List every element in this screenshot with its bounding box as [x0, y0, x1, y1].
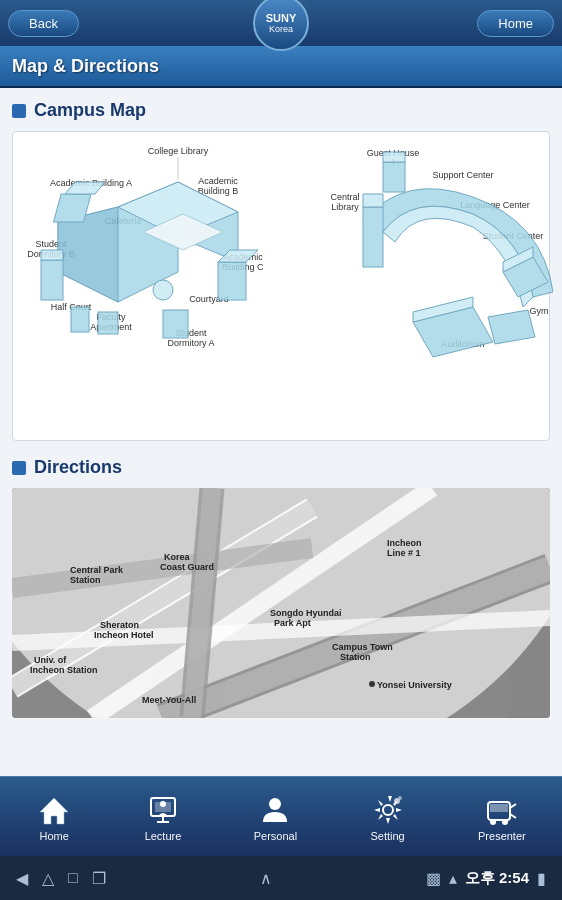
- logo-korea: Korea: [269, 24, 293, 34]
- back-sys-icon[interactable]: ◀: [16, 869, 28, 888]
- left-campus-buildings: [41, 182, 258, 338]
- right-campus-buildings: [363, 152, 553, 357]
- home-sys-icon[interactable]: △: [42, 869, 54, 888]
- svg-point-45: [398, 796, 402, 800]
- svg-marker-7: [41, 250, 63, 260]
- label-central-lib2: Library: [331, 202, 359, 212]
- label-support: Support Center: [432, 170, 493, 180]
- logo: SUNY Korea: [253, 0, 309, 51]
- svg-point-42: [269, 798, 281, 810]
- top-bar: Back SUNY Korea Home: [0, 0, 562, 46]
- home-icon: [36, 792, 72, 828]
- svg-point-49: [502, 819, 508, 825]
- lecture-icon: [145, 792, 181, 828]
- tab-header: Map & Directions: [0, 46, 562, 88]
- bottom-nav: Home Lecture Personal: [0, 776, 562, 856]
- svg-marker-22: [383, 152, 405, 162]
- svg-point-41: [160, 801, 166, 807]
- map-label-songdo2: Park Apt: [274, 618, 311, 628]
- recents-sys-icon[interactable]: □: [68, 869, 78, 887]
- nav-label-lecture: Lecture: [145, 830, 182, 842]
- map-label-incheon2: Line # 1: [387, 548, 421, 558]
- svg-rect-10: [163, 310, 188, 338]
- svg-rect-47: [490, 804, 508, 812]
- directions-map-area: Central Park Station Korea Coast Guard I…: [12, 488, 550, 718]
- label-central-lib: Central: [330, 192, 359, 202]
- presenter-icon: [484, 792, 520, 828]
- logo-suny: SUNY: [266, 12, 297, 24]
- map-label-univ2: Incheon Station: [30, 665, 98, 675]
- section-marker-2: [12, 461, 26, 475]
- nav-item-setting[interactable]: Setting: [358, 786, 418, 848]
- nav-label-setting: Setting: [370, 830, 404, 842]
- map-label-incheon: Incheon: [387, 538, 422, 548]
- svg-rect-11: [218, 262, 246, 300]
- personal-icon: [257, 792, 293, 828]
- campus-map-svg: College Library Academic Building A Acad…: [23, 142, 553, 432]
- svg-marker-15: [363, 194, 383, 207]
- map-label-songdo: Songdo Hyundai: [270, 608, 342, 618]
- directions-section: Directions: [12, 457, 550, 718]
- map-label-sheraton2: Incheon Hotel: [94, 630, 154, 640]
- campus-map-area: College Library Academic Building A Acad…: [12, 131, 550, 441]
- up-icon: ∧: [260, 869, 272, 888]
- label-dorm-a2: Dormitory A: [167, 338, 214, 348]
- label-college-library: College Library: [148, 146, 209, 156]
- sys-left: ◀ △ □ ❐: [16, 869, 106, 888]
- svg-point-48: [490, 819, 496, 825]
- screenshot-sys-icon[interactable]: ❐: [92, 869, 106, 888]
- battery-icon: ▮: [537, 869, 546, 888]
- label-gym: Gym: [530, 306, 549, 316]
- sys-right: ▩ ▴ 오후 2:54 ▮: [426, 869, 546, 888]
- map-label-central: Central Park: [70, 565, 124, 575]
- svg-point-13: [153, 280, 173, 300]
- map-label-station: Station: [70, 575, 101, 585]
- svg-rect-21: [383, 162, 405, 192]
- time-display: 오후 2:54: [465, 869, 529, 888]
- map-label-coast: Korea: [164, 552, 191, 562]
- nav-item-lecture[interactable]: Lecture: [133, 786, 194, 848]
- main-content: Campus Map College Library Academic Buil…: [0, 88, 562, 776]
- map-label-campus-town: Campus Town: [332, 642, 393, 652]
- svg-point-43: [383, 805, 393, 815]
- map-label-univ: Univ. of: [34, 655, 67, 665]
- nav-label-presenter: Presenter: [478, 830, 526, 842]
- setting-icon: [370, 792, 406, 828]
- yonsei-marker: [369, 681, 375, 687]
- directions-section-title: Directions: [12, 457, 550, 478]
- map-label-meetyouall: Meet-You-All: [142, 695, 196, 705]
- nav-item-presenter[interactable]: Presenter: [466, 786, 538, 848]
- back-button[interactable]: Back: [8, 10, 79, 37]
- svg-marker-20: [488, 310, 535, 344]
- tab-title: Map & Directions: [12, 56, 159, 77]
- map-label-campus-town2: Station: [340, 652, 371, 662]
- svg-rect-6: [41, 260, 63, 300]
- system-bar: ◀ △ □ ❐ ∧ ▩ ▴ 오후 2:54 ▮: [0, 856, 562, 900]
- svg-rect-14: [363, 207, 383, 267]
- map-label-coast2: Coast Guard: [160, 562, 214, 572]
- nav-item-home[interactable]: Home: [24, 786, 84, 848]
- svg-rect-9: [98, 312, 118, 334]
- nav-label-personal: Personal: [254, 830, 297, 842]
- section-marker: [12, 104, 26, 118]
- signal-icon: ▩: [426, 869, 441, 888]
- map-label-yonsei: Yonsei University: [377, 680, 452, 690]
- label-academic-b: Academic: [198, 176, 238, 186]
- map-label-sheraton: Sheraton: [100, 620, 139, 630]
- nav-item-personal[interactable]: Personal: [242, 786, 309, 848]
- home-button[interactable]: Home: [477, 10, 554, 37]
- svg-rect-8: [71, 307, 89, 332]
- directions-map-svg: Central Park Station Korea Coast Guard I…: [12, 488, 550, 718]
- wifi-icon: ▴: [449, 869, 457, 888]
- campus-map-section-title: Campus Map: [12, 100, 550, 121]
- nav-label-home: Home: [40, 830, 69, 842]
